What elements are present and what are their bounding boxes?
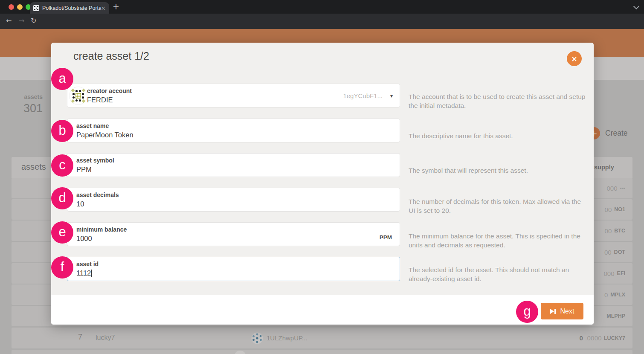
summary-count: 301 <box>9 102 43 115</box>
unit-suffix: PPM <box>380 234 392 241</box>
browser-tab-strip: Polkadot/Substrate Portal × + <box>0 0 644 14</box>
asset-id-field[interactable]: asset id 1112 <box>67 257 400 281</box>
new-tab-button[interactable]: + <box>113 2 119 11</box>
back-button[interactable]: ← <box>6 17 12 25</box>
annotation-badge-g: g <box>516 301 538 323</box>
reload-button[interactable]: ↻ <box>31 17 36 25</box>
traffic-light-minimize[interactable] <box>17 4 23 10</box>
browser-toolbar: ← → ↻ polkadot.js.org/apps/?rpc=ws%3A%2F… <box>0 14 644 29</box>
annotation-badge-b: b <box>51 120 73 142</box>
column-assets: assets <box>21 162 46 172</box>
browser-tab[interactable]: Polkadot/Substrate Portal × <box>30 2 109 14</box>
asset-decimals-field[interactable]: asset decimals 10 <box>67 188 400 212</box>
field-value: 10 <box>76 200 393 208</box>
modal-title: create asset 1/2 <box>73 50 149 62</box>
creator-identicon <box>69 87 87 105</box>
field-value: PaperMoon Token <box>76 131 393 139</box>
field-label: asset symbol <box>76 157 393 164</box>
close-button[interactable]: × <box>567 51 582 66</box>
field-label: asset decimals <box>76 192 393 198</box>
field-help: The number of decimals for this token. M… <box>409 197 586 215</box>
caret-down-icon[interactable]: ▾ <box>390 93 393 99</box>
tab-title: Polkadot/Substrate Portal <box>42 5 101 11</box>
next-button[interactable]: Next <box>541 303 583 319</box>
field-label: minimum balance <box>76 226 393 233</box>
field-label: asset id <box>76 261 393 267</box>
screen: Polkadot/Substrate Portal × + ← → ↻ polk… <box>0 0 644 354</box>
create-asset-button[interactable]: + Create <box>588 127 628 139</box>
assets-summary: assets 301 <box>9 93 43 115</box>
asset-id-cell: 7 <box>62 333 82 342</box>
column-supply: supply <box>594 164 614 171</box>
step-forward-icon <box>550 309 556 314</box>
annotation-badge-d: d <box>51 187 73 209</box>
field-help: The descriptive name for this asset. <box>409 131 586 141</box>
asset-row-lucky7: 7 lucky7 1ULZhwpUP... 0.0000LUCKY7 <box>12 328 632 348</box>
field-help: The symbol that will represent this asse… <box>409 166 586 175</box>
asset-name-cell: lucky7 <box>96 334 115 342</box>
create-asset-modal: create asset 1/2 × creator account <box>51 43 594 325</box>
tab-favicon-icon <box>33 5 39 11</box>
tab-close-icon[interactable]: × <box>101 5 106 11</box>
chevron-down-icon[interactable] <box>633 3 639 9</box>
text-cursor <box>91 270 92 277</box>
account-address-cell[interactable]: 1ULZhwpUP... <box>267 334 307 342</box>
field-value: 1112 <box>76 269 91 277</box>
field-help: The minimum balance for the asset. This … <box>409 232 586 250</box>
forward-button[interactable]: → <box>19 17 24 25</box>
field-label: asset name <box>76 122 393 129</box>
field-help: The account that is to be used to create… <box>409 92 586 110</box>
account-address: 1egYCubF1... <box>343 92 383 99</box>
account-identicon[interactable] <box>251 332 263 344</box>
asset-name-field[interactable]: asset name PaperMoon Token <box>67 119 400 142</box>
annotation-badge-e: e <box>51 221 73 244</box>
field-value: PPM <box>76 165 393 174</box>
summary-label: assets <box>9 93 43 100</box>
annotation-badge-c: c <box>51 154 73 177</box>
close-icon: × <box>571 55 577 63</box>
annotation-badge-f: f <box>51 256 73 279</box>
field-value: 1000 <box>76 235 393 243</box>
supply-cell: 0.0000LUCKY7 <box>580 328 625 348</box>
asset-row-partial <box>12 350 632 354</box>
minimum-balance-field[interactable]: minimum balance 1000 PPM <box>67 222 400 246</box>
annotation-badge-a: a <box>51 68 73 90</box>
modal-footer: Next <box>51 295 594 325</box>
creator-account-field[interactable]: creator account FERDIE 1egYCubF1... ▾ <box>67 84 400 107</box>
field-help: The selected id for the asset. This shou… <box>409 265 586 284</box>
asset-symbol-field[interactable]: asset symbol PPM <box>67 153 400 177</box>
traffic-light-close[interactable] <box>9 4 14 10</box>
